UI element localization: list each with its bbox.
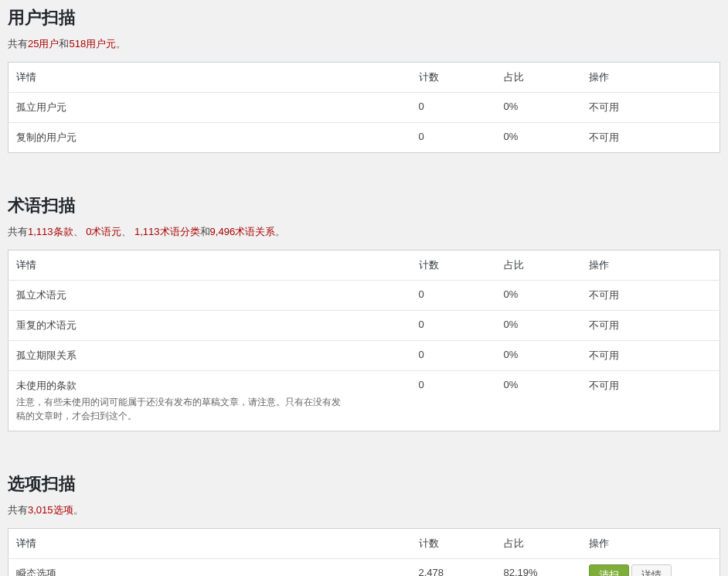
- table-row: 重复的术语元00%不可用: [9, 311, 720, 341]
- row-title: 复制的用户元: [16, 131, 77, 143]
- summary-text: 共有: [8, 38, 28, 49]
- summary-text: 和: [59, 38, 69, 49]
- summary-text: 。: [116, 38, 126, 49]
- cell-detail: 孤立用户元: [9, 93, 411, 123]
- action-unavailable: 不可用: [589, 101, 619, 113]
- section-title: 术语扫描: [8, 188, 720, 217]
- clean-button[interactable]: 清扫: [589, 564, 629, 576]
- row-title: 瞬态选项: [16, 567, 56, 576]
- cell-detail: 复制的用户元: [9, 123, 411, 153]
- summary-text: 。: [73, 504, 83, 516]
- summary-text: 。: [275, 226, 285, 237]
- section-term: 术语扫描共有1,113条款、 0术语元、 1,113术语分类和9,496术语关系…: [8, 188, 720, 431]
- col-header-detail: 详情: [9, 529, 411, 559]
- cell-pct: 0%: [496, 123, 581, 153]
- cell-action: 不可用: [581, 281, 720, 311]
- cell-detail: 孤立术语元: [9, 281, 411, 311]
- summary-highlight: 9,496术语关系: [210, 226, 276, 237]
- action-unavailable: 不可用: [589, 380, 619, 391]
- cell-pct: 0%: [496, 93, 581, 123]
- summary-text: 、: [121, 226, 134, 237]
- cell-detail: 孤立期限关系: [9, 341, 411, 371]
- summary-text: 共有: [8, 504, 28, 516]
- table-row: 复制的用户元00%不可用: [9, 123, 720, 153]
- action-unavailable: 不可用: [589, 349, 619, 361]
- summary-text: 、: [73, 226, 87, 237]
- section-summary: 共有25用户和518用户元。: [8, 37, 720, 51]
- summary-text: 共有: [8, 226, 28, 237]
- cell-count: 0: [411, 341, 496, 371]
- table-row: 孤立用户元00%不可用: [9, 93, 720, 123]
- cell-count: 0: [411, 281, 496, 311]
- action-unavailable: 不可用: [589, 319, 619, 331]
- action-unavailable: 不可用: [589, 289, 619, 301]
- cell-pct: 0%: [496, 311, 581, 341]
- table-row: 瞬态选项2,47882.19%清扫详情: [9, 559, 720, 577]
- cell-count: 0: [411, 311, 496, 341]
- cell-detail: 瞬态选项: [9, 559, 411, 577]
- row-title: 孤立期限关系: [16, 349, 77, 361]
- cell-count: 0: [411, 123, 496, 153]
- cell-detail: 重复的术语元: [9, 311, 411, 341]
- table-row: 未使用的条款注意，有些未使用的词可能属于还没有发布的草稿文章，请注意。只有在没有…: [9, 371, 720, 431]
- summary-highlight: 25用户: [28, 38, 59, 49]
- summary-highlight: 1,113条款: [28, 226, 73, 237]
- summary-highlight: 0术语元: [86, 226, 121, 237]
- col-header-detail: 详情: [9, 63, 411, 93]
- summary-highlight: 3,015选项: [28, 504, 73, 516]
- cell-action: 不可用: [581, 123, 720, 153]
- section-title: 用户扫描: [8, 0, 720, 29]
- cell-pct: 0%: [496, 371, 581, 431]
- row-title: 未使用的条款: [16, 380, 77, 391]
- cell-detail: 未使用的条款注意，有些未使用的词可能属于还没有发布的草稿文章，请注意。只有在没有…: [9, 371, 411, 431]
- cell-action: 不可用: [581, 341, 720, 371]
- cell-pct: 0%: [496, 281, 581, 311]
- cell-count: 0: [411, 93, 496, 123]
- col-header-action: 操作: [581, 63, 720, 93]
- summary-text: 和: [200, 226, 210, 237]
- action-unavailable: 不可用: [589, 131, 619, 143]
- cell-pct: 0%: [496, 341, 581, 371]
- summary-highlight: 1,113术语分类: [134, 226, 200, 237]
- data-table: 详情计数占比操作孤立用户元00%不可用复制的用户元00%不可用: [8, 62, 720, 153]
- cell-action: 不可用: [581, 371, 720, 431]
- col-header-action: 操作: [581, 251, 720, 281]
- section-option: 选项扫描共有3,015选项。详情计数占比操作瞬态选项2,47882.19%清扫详…: [8, 466, 720, 576]
- row-title: 孤立用户元: [16, 101, 66, 113]
- table-row: 孤立术语元00%不可用: [9, 281, 720, 311]
- detail-button[interactable]: 详情: [631, 564, 672, 576]
- col-header-pct: 占比: [496, 529, 581, 559]
- section-user: 用户扫描共有25用户和518用户元。详情计数占比操作孤立用户元00%不可用复制的…: [8, 0, 720, 153]
- cell-pct: 82.19%: [496, 559, 581, 577]
- col-header-count: 计数: [411, 63, 496, 93]
- data-table: 详情计数占比操作孤立术语元00%不可用重复的术语元00%不可用孤立期限关系00%…: [8, 250, 720, 431]
- section-summary: 共有1,113条款、 0术语元、 1,113术语分类和9,496术语关系。: [8, 225, 720, 239]
- cell-action: 清扫详情: [581, 559, 720, 577]
- col-header-count: 计数: [411, 529, 496, 559]
- col-header-detail: 详情: [9, 251, 411, 281]
- section-title: 选项扫描: [8, 466, 720, 496]
- summary-highlight: 518用户元: [69, 38, 116, 49]
- data-table: 详情计数占比操作瞬态选项2,47882.19%清扫详情: [8, 528, 720, 576]
- row-title: 孤立术语元: [16, 289, 66, 301]
- col-header-action: 操作: [581, 529, 720, 559]
- col-header-count: 计数: [411, 251, 496, 281]
- cell-count: 2,478: [411, 559, 496, 577]
- section-summary: 共有3,015选项。: [8, 503, 720, 517]
- row-title: 重复的术语元: [16, 319, 77, 331]
- col-header-pct: 占比: [496, 63, 581, 93]
- cell-count: 0: [411, 371, 496, 431]
- cell-action: 不可用: [581, 93, 720, 123]
- cell-action: 不可用: [581, 311, 720, 341]
- row-note: 注意，有些未使用的词可能属于还没有发布的草稿文章，请注意。只有在没有发稿的文章时…: [16, 395, 341, 423]
- col-header-pct: 占比: [496, 251, 581, 281]
- table-row: 孤立期限关系00%不可用: [9, 341, 720, 371]
